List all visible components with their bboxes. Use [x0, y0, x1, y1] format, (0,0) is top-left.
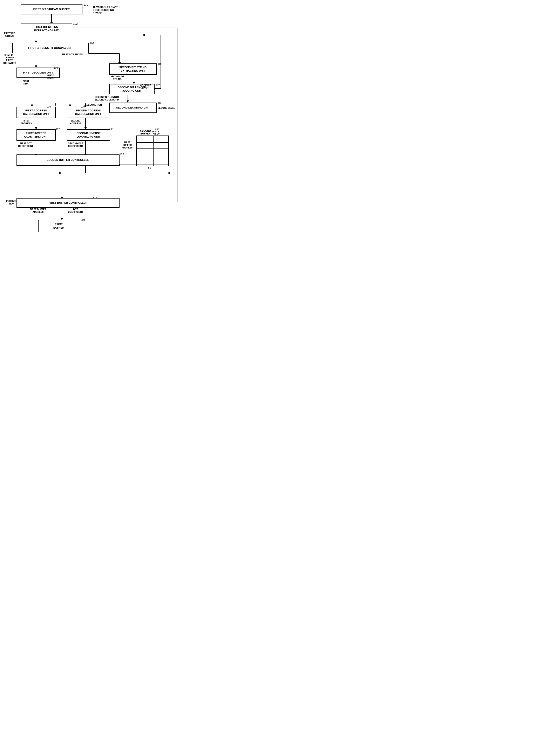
ref-106: 106 [158, 62, 162, 65]
label-second-bit-length-codeword: SECOND BIT LENGTHSECOND CODEWORD [95, 96, 119, 101]
svg-marker-16 [133, 82, 135, 84]
svg-marker-3 [35, 41, 37, 43]
box-103: FIRST BIT LENGTH JUDGING UNIT [12, 43, 89, 53]
box-106: SECOND BIT STRING EXTRACTING UNIT [109, 63, 157, 75]
diagram: FIRST BIT STREAM BUFFER 101 10 VARIABLE … [0, 0, 206, 288]
box-121: SECOND INVERSE QUANTIZING UNIT [67, 129, 110, 141]
label-first-buffer-address: FIRST BUFFERADDRESS [30, 208, 46, 213]
label-code-bit-length: CODE BITLENGTH [140, 84, 151, 89]
box-122: SECOND BUFFER CONTROLLER [16, 154, 119, 166]
label-first-bit-length-codeword: FIRST BITLENGTHFIRSTCODEWORD [2, 54, 16, 64]
ref-105: 105 [46, 105, 51, 108]
ref-108: 108 [158, 102, 162, 105]
box-101: FIRST BIT STREAM BUFFER [21, 4, 82, 14]
label-second-dct: SECOND DCTCOEFFICIENT [68, 142, 83, 147]
box-109: SECOND ADDRESS CALCULATING UNIT [67, 107, 109, 118]
ref-120: 120 [56, 128, 60, 131]
ref-101: 101 [83, 3, 88, 6]
svg-marker-37 [59, 172, 61, 174]
ref-104: 104 [54, 66, 58, 69]
label-first-buffer-addr2: FIRSTBUFFERADDRESS [122, 141, 133, 149]
svg-marker-30 [84, 127, 87, 129]
ref-118: 118 [93, 196, 97, 199]
label-second-buffer: SECONDBUFFER [140, 129, 151, 135]
box-108: SECOND DECODING UNIT [109, 103, 157, 113]
svg-marker-46 [168, 172, 171, 174]
label-first-bit-string: FIRST BITSTRING [4, 32, 15, 37]
svg-marker-48 [61, 218, 63, 220]
ref-107: 107 [155, 83, 160, 86]
label-dct-coeffi: DCTCOEFFI-CIENT [150, 128, 159, 136]
label-first-dct: FIRST DCTCOEFFICIENT [18, 142, 33, 147]
box-102: FIRST BIT STRING EXTRACTING UNIT [21, 23, 72, 34]
ref-103: 103 [90, 42, 94, 45]
svg-marker-28 [35, 127, 37, 129]
table-123 [136, 136, 169, 166]
box-120: FIRST INVERSE QUANTIZING UNIT [16, 129, 56, 141]
svg-marker-22 [127, 100, 129, 103]
label-instruction: INSTRUC-TION [6, 200, 17, 205]
label-first-level: FIRSTLEVEL [47, 74, 54, 79]
svg-marker-20 [143, 34, 145, 36]
ref-123: 123 [146, 167, 151, 170]
label-second-run: SECOND RUN [87, 104, 102, 106]
box-105: FIRST ADDRESS CALCULATING UNIT [16, 107, 56, 118]
box-119: FIRST BUFFER [38, 220, 79, 232]
ref-122-pos: 122 [119, 153, 124, 156]
label-first-address: FIRSTADDRESS [21, 119, 32, 125]
svg-marker-11 [31, 105, 33, 107]
label-first-run: FIRSTRUN [23, 80, 29, 85]
box-118: FIRST BUFFER CONTROLLER [16, 198, 119, 208]
device-label: 10 VARIABLE LENGTHCODE DECODINGDEVICE [93, 6, 134, 15]
ref-119: 119 [80, 218, 85, 221]
label-dct-coefficient: DCTCOEFFICIENT [68, 208, 83, 213]
label-second-level: SECOND LEVEL [158, 107, 175, 109]
label-second-address: SECONDADDRESS [70, 119, 81, 125]
ref-102: 102 [73, 22, 78, 25]
label-first-bit-length: FIRST BIT LENGTH [62, 53, 83, 56]
label-second-bit-string: SECOND BITSTRING [110, 75, 124, 81]
svg-marker-14 [69, 105, 71, 107]
svg-marker-9 [35, 65, 37, 68]
ref-109: 109 [80, 105, 85, 108]
